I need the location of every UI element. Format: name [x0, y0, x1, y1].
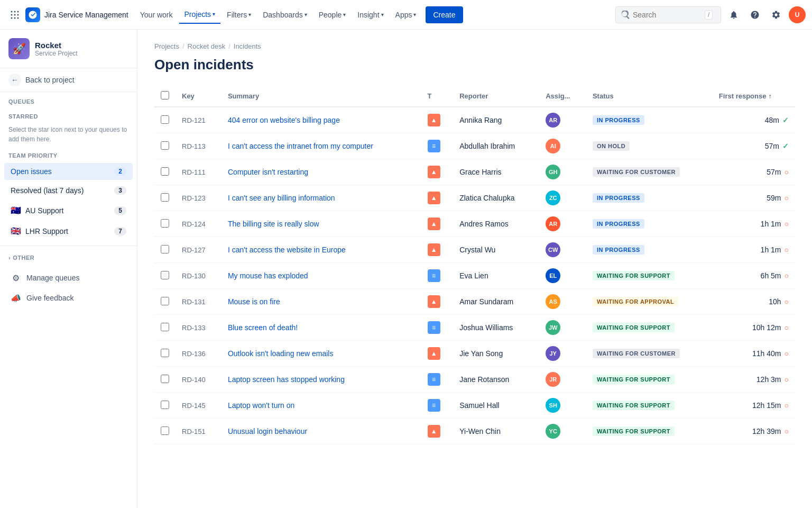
reporter-name: Abdullah Ibrahim — [459, 142, 515, 150]
first-response: 11h 40m ○ — [719, 349, 789, 358]
nav-insight[interactable]: Insight ▾ — [352, 6, 389, 23]
issue-key: RD-131 — [182, 298, 206, 306]
breadcrumb-rocket-desk[interactable]: Rocket desk — [188, 42, 226, 50]
nav-people[interactable]: People ▾ — [313, 6, 352, 23]
main-nav: Your work Projects ▾ Filters ▾ Dashboard… — [135, 6, 422, 24]
back-to-project[interactable]: ← Back to project — [0, 68, 137, 92]
manage-queues-label: Manage queues — [26, 274, 79, 282]
breadcrumb-projects[interactable]: Projects — [154, 42, 179, 50]
th-type[interactable]: T — [421, 86, 454, 107]
lhr-support-badge: 7 — [114, 227, 126, 235]
nav-apps[interactable]: Apps ▾ — [390, 6, 422, 23]
nav-projects[interactable]: Projects ▾ — [179, 6, 221, 24]
topnav: Jira Service Management Your work Projec… — [0, 0, 812, 30]
back-icon: ← — [8, 74, 21, 86]
first-response: 10h ○ — [719, 297, 789, 306]
row-checkbox[interactable] — [161, 349, 169, 357]
help-button[interactable] — [746, 6, 763, 23]
issue-summary[interactable]: I can't access the website in Europe — [228, 246, 346, 254]
first-response-time: 10h 12m — [752, 323, 781, 332]
give-feedback[interactable]: 📣 Give feedback — [4, 288, 133, 307]
issue-type-icon: ≡ — [428, 321, 440, 334]
sidebar-item-lhr-support[interactable]: 🇬🇧 LHR Support 7 — [4, 222, 133, 240]
row-checkbox[interactable] — [161, 219, 169, 228]
issue-summary[interactable]: My mouse has exploded — [228, 271, 308, 280]
first-response-time: 6h 5m — [761, 271, 781, 280]
issue-summary[interactable]: Laptop won't turn on — [228, 401, 294, 410]
th-assignee[interactable]: Assig... — [539, 86, 586, 107]
issue-summary[interactable]: I can't access the intranet from my comp… — [228, 142, 373, 150]
th-checkbox[interactable] — [154, 86, 176, 107]
au-support-label: AU Support — [25, 206, 63, 215]
status-badge: IN PROGRESS — [593, 193, 644, 203]
select-all-checkbox[interactable] — [161, 91, 169, 99]
issue-summary[interactable]: Computer isn't restarting — [228, 168, 308, 176]
first-response: 12h 3m ○ — [719, 375, 789, 384]
row-checkbox[interactable] — [161, 401, 169, 409]
manage-queues[interactable]: ⚙ Manage queues — [4, 268, 133, 287]
svg-point-7 — [14, 17, 16, 19]
clock-icon: ○ — [785, 220, 789, 228]
row-checkbox[interactable] — [161, 193, 169, 202]
table-row: RD-113 I can't access the intranet from … — [154, 133, 795, 159]
other-toggle[interactable]: › OTHER — [8, 255, 128, 261]
status-badge: WAITING FOR SUPPORT — [593, 401, 675, 410]
issue-summary[interactable]: I can't see any billing information — [228, 194, 335, 202]
row-checkbox[interactable] — [161, 141, 169, 150]
sidebar-item-resolved[interactable]: Resolved (last 7 days) 3 — [4, 182, 133, 199]
svg-point-5 — [17, 14, 19, 15]
th-key[interactable]: Key — [176, 86, 222, 107]
row-checkbox[interactable] — [161, 297, 169, 305]
breadcrumb-incidents: Incidents — [234, 42, 261, 50]
reporter-name: Eva Lien — [459, 271, 488, 280]
nav-dashboards[interactable]: Dashboards ▾ — [257, 6, 312, 23]
waffle-menu[interactable] — [6, 6, 23, 23]
th-summary[interactable]: Summary — [222, 86, 421, 107]
check-icon: ✓ — [782, 116, 789, 124]
app-logo[interactable]: Jira Service Management — [25, 7, 128, 22]
status-badge: IN PROGRESS — [593, 219, 644, 229]
issue-summary[interactable]: Blue screen of death! — [228, 323, 298, 332]
issue-summary[interactable]: The billing site is really slow — [228, 220, 319, 228]
first-response: 12h 15m ○ — [719, 401, 789, 410]
issue-summary[interactable]: Unusual login behaviour — [228, 427, 307, 436]
row-checkbox[interactable] — [161, 245, 169, 253]
th-status[interactable]: Status — [586, 86, 713, 107]
table-row: RD-131 Mouse is on fire ▲ Amar Sundaram … — [154, 289, 795, 315]
notifications-button[interactable] — [725, 6, 742, 23]
th-first-response[interactable]: First response ↑ — [713, 86, 795, 107]
nav-filters[interactable]: Filters ▾ — [222, 6, 256, 23]
sidebar-team-priority: TEAM PRIORITY — [0, 150, 137, 162]
clock-icon: ○ — [785, 349, 789, 358]
sidebar-item-open-issues[interactable]: Open issues 2 — [4, 163, 133, 180]
row-checkbox[interactable] — [161, 323, 169, 331]
sidebar-project: 🚀 Rocket Service Project — [0, 30, 137, 68]
search-input[interactable] — [633, 11, 702, 19]
sidebar-item-au-support[interactable]: 🇦🇺 AU Support 5 — [4, 201, 133, 220]
row-checkbox[interactable] — [161, 427, 169, 435]
starred-title: STARRED — [8, 113, 128, 120]
feedback-icon: 📣 — [11, 293, 21, 303]
chevron-down-icon: ▾ — [381, 12, 384, 17]
issue-summary[interactable]: Mouse is on fire — [228, 297, 280, 306]
create-button[interactable]: Create — [426, 6, 463, 23]
search-icon — [621, 11, 630, 19]
search-box[interactable]: / — [615, 6, 721, 23]
nav-your-work[interactable]: Your work — [135, 6, 178, 23]
issue-summary[interactable]: Laptop screen has stopped working — [228, 375, 345, 384]
table-row: RD-140 Laptop screen has stopped working… — [154, 367, 795, 393]
issue-key: RD-121 — [182, 116, 206, 124]
user-avatar[interactable]: U — [789, 6, 806, 23]
settings-button[interactable] — [768, 6, 785, 23]
table-row: RD-136 Outlook isn't loading new emails … — [154, 341, 795, 367]
first-response-time: 12h 39m — [752, 427, 781, 436]
row-checkbox[interactable] — [161, 271, 169, 279]
issue-summary[interactable]: Outlook isn't loading new emails — [228, 349, 334, 358]
row-checkbox[interactable] — [161, 167, 169, 176]
issue-type-icon: ≡ — [428, 399, 440, 412]
th-reporter[interactable]: Reporter — [453, 86, 539, 107]
row-checkbox[interactable] — [161, 375, 169, 383]
issue-summary[interactable]: 404 error on website's billing page — [228, 116, 340, 124]
row-checkbox[interactable] — [161, 115, 169, 124]
reporter-name: Yi-Wen Chin — [459, 427, 501, 436]
